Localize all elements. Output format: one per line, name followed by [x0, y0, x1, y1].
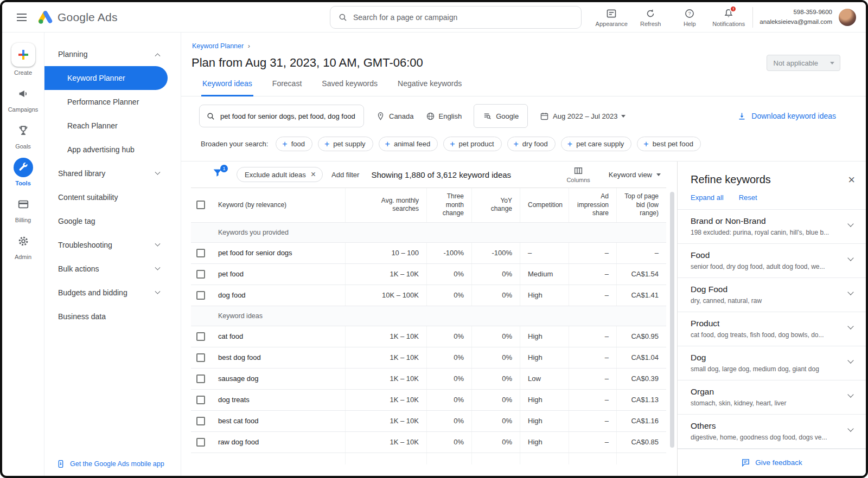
rail-item-tools[interactable]: Tools: [2, 156, 44, 188]
rail-item-billing[interactable]: Billing: [2, 193, 44, 225]
keyword-search-input[interactable]: [199, 105, 364, 127]
appearance-button[interactable]: Appearance: [592, 5, 631, 29]
breadcrumb-link[interactable]: Keyword Planner: [192, 42, 244, 50]
add-filter-button[interactable]: Add filter: [331, 171, 359, 179]
mobile-app-link[interactable]: Get the Google Ads mobile app: [56, 460, 164, 468]
sidenav-item[interactable]: Performance Planner: [44, 90, 181, 114]
broaden-chip[interactable]: + animal feed: [379, 137, 438, 151]
row-checkbox[interactable]: [196, 438, 205, 447]
download-keyword-ideas-button[interactable]: Download keyword ideas: [737, 112, 836, 121]
avatar[interactable]: [839, 9, 856, 26]
global-search[interactable]: [330, 6, 582, 29]
sidenav-item[interactable]: Google tag: [44, 209, 181, 233]
rail-item-create[interactable]: Create: [2, 41, 44, 77]
help-button[interactable]: ? Help: [670, 5, 709, 29]
tab[interactable]: Keyword ideas: [201, 79, 253, 96]
sidenav-item[interactable]: Shared library: [44, 162, 181, 185]
refine-section[interactable]: Others digestive, home, goodness dog foo…: [678, 414, 866, 448]
table-row[interactable]: sausage dog 1K – 10K 0% 0% Low – CA$0.39: [191, 369, 666, 390]
row-checkbox[interactable]: [196, 374, 205, 383]
notifications-button[interactable]: ! Notifications: [709, 5, 748, 29]
sidenav-item[interactable]: App advertising hub: [44, 138, 181, 162]
sidenav-item[interactable]: Content suitability: [44, 185, 181, 209]
col-three-month-change[interactable]: Three month change: [426, 188, 471, 222]
network-selector[interactable]: Google: [474, 104, 528, 128]
rail-item-campaigns[interactable]: Campaigns: [2, 82, 44, 114]
table-row[interactable]: dog food 10K – 100K 0% 0% High – CA$1.41: [191, 285, 666, 306]
table-row[interactable]: cat food 1K – 10K 0% 0% High – CA$0.95: [191, 326, 666, 347]
broaden-chip[interactable]: + pet product: [443, 137, 501, 151]
date-range-selector[interactable]: Aug 2022 – Jul 2023: [540, 112, 626, 121]
location-selector[interactable]: Canada: [376, 112, 414, 121]
row-checkbox[interactable]: [196, 270, 205, 279]
rail-item-goals[interactable]: Goals: [2, 119, 44, 151]
row-checkbox[interactable]: [196, 249, 205, 257]
table-row[interactable]: raw dog food 1K – 10K 0% 0% High – CA$0.…: [191, 432, 666, 453]
table-row[interactable]: dog treats 1K – 10K 0% 0% High – CA$1.13: [191, 390, 666, 411]
sidenav-item[interactable]: Budgets and bidding: [44, 281, 181, 305]
broaden-chip[interactable]: + dry food: [507, 137, 556, 151]
col-competition[interactable]: Competition: [520, 188, 569, 222]
table-row[interactable]: best dog food 1K – 10K 0% 0% High – CA$1…: [191, 347, 666, 369]
section-row-ideas: Keyword ideas: [191, 306, 666, 326]
sidenav-item[interactable]: Troubleshooting: [44, 233, 181, 257]
broaden-chip[interactable]: + food: [276, 137, 312, 151]
row-checkbox[interactable]: [196, 417, 205, 425]
row-checkbox[interactable]: [196, 353, 205, 362]
rail-item-admin[interactable]: Admin: [2, 230, 44, 262]
refresh-button[interactable]: Refresh: [631, 5, 670, 29]
row-checkbox[interactable]: [196, 332, 205, 341]
scrollbar-thumb[interactable]: [670, 192, 674, 448]
sidenav-item[interactable]: Planning: [44, 42, 181, 66]
language-selector[interactable]: English: [426, 112, 462, 121]
col-avg-monthly-searches[interactable]: Avg. monthly searches: [345, 188, 426, 222]
col-keyword[interactable]: Keyword (by relevance): [210, 188, 345, 222]
give-feedback-button[interactable]: Give feedback: [678, 449, 866, 476]
sidenav-item[interactable]: Reach Planner: [44, 114, 181, 138]
table-row[interactable]: pet food 1K – 10K 0% 0% Medium – CA$1.54: [191, 264, 666, 285]
col-top-of-page-bid[interactable]: Top of page bid (low range): [616, 188, 666, 222]
refine-section[interactable]: Organ stomach, skin, kidney, heart, live…: [678, 380, 866, 414]
menu-icon[interactable]: [11, 7, 33, 28]
competition-cell: High: [520, 411, 569, 431]
broaden-chip[interactable]: + pet care supply: [561, 137, 632, 151]
select-all-checkbox[interactable]: [196, 201, 205, 209]
tab[interactable]: Negative keywords: [397, 79, 463, 96]
refine-section[interactable]: Dog Food dry, canned, natural, raw: [678, 277, 866, 312]
active-filter-chip[interactable]: Exclude adult ideas ×: [237, 167, 323, 182]
col-ad-impression-share[interactable]: Ad impression share: [569, 188, 616, 222]
sidenav-item[interactable]: Keyword Planner: [44, 66, 168, 90]
competition-cell: –: [520, 243, 569, 263]
tab[interactable]: Forecast: [271, 79, 303, 96]
refine-sections: Brand or Non-Brand 198 excluded: purina,…: [678, 209, 866, 449]
columns-button[interactable]: Columns: [566, 166, 590, 183]
table-row[interactable]: pet food for senior dogs 10 – 100 -100% …: [191, 243, 666, 264]
expand-all-link[interactable]: Expand all: [691, 193, 724, 202]
refine-section[interactable]: Dog small dog, large dog, medium dog, gi…: [678, 346, 866, 380]
close-icon[interactable]: ×: [848, 174, 855, 186]
create-button[interactable]: [11, 43, 35, 67]
reset-link[interactable]: Reset: [739, 193, 757, 202]
chevron-icon: [155, 264, 161, 270]
remove-filter-icon[interactable]: ×: [311, 170, 316, 179]
global-search-input[interactable]: [353, 13, 573, 22]
row-checkbox[interactable]: [196, 396, 205, 404]
status-dropdown[interactable]: Not applicable: [767, 55, 840, 71]
refine-section[interactable]: Brand or Non-Brand 198 excluded: purina,…: [678, 209, 866, 243]
broaden-chip[interactable]: + best pet food: [637, 137, 701, 151]
searches-cell: 1K – 10K: [345, 264, 426, 285]
sidenav-item[interactable]: Bulk actions: [44, 257, 181, 281]
sidenav-item[interactable]: Business data: [44, 305, 181, 328]
col-yoy-change[interactable]: YoY change: [471, 188, 520, 222]
refine-section[interactable]: Food senior food, dry dog food, adult do…: [678, 243, 866, 277]
tab[interactable]: Saved keywords: [321, 79, 379, 96]
keyword-view-dropdown[interactable]: Keyword view: [609, 171, 661, 179]
account-info: 598-359-9600 analeksieieva@gmail.com: [760, 8, 832, 27]
row-checkbox[interactable]: [196, 291, 205, 300]
google-ads-logo: Google Ads: [38, 10, 118, 24]
refine-section[interactable]: Product cat food, dog treats, fish food,…: [678, 312, 866, 346]
chevron-down-icon: [847, 221, 853, 227]
filter-button[interactable]: 1: [212, 167, 228, 182]
table-row[interactable]: best cat food 1K – 10K 0% 0% High – CA$1…: [191, 411, 666, 432]
broaden-chip[interactable]: + pet supply: [318, 137, 373, 151]
